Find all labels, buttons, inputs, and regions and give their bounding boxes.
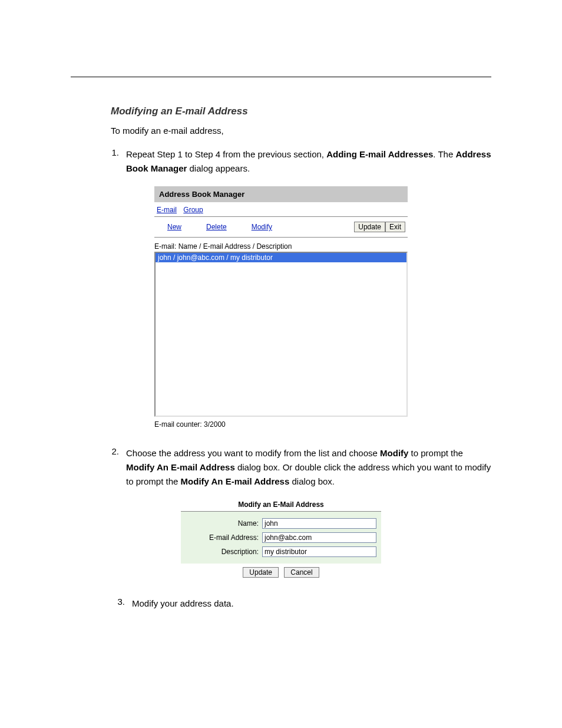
bold-text: Modify An E-mail Address bbox=[181, 476, 290, 486]
exit-button[interactable]: Exit bbox=[385, 222, 405, 232]
list-item[interactable]: john / john@abc.com / my distributor bbox=[156, 253, 406, 262]
toolbar: New Delete Modify Update Exit bbox=[154, 217, 408, 238]
bold-text: Modify bbox=[380, 448, 408, 458]
step-body: Modify your address data. bbox=[132, 597, 491, 611]
tab-group[interactable]: Group bbox=[183, 206, 203, 214]
email-listbox[interactable]: john / john@abc.com / my distributor bbox=[154, 252, 408, 417]
step-body: Repeat Step 1 to Step 4 from the previou… bbox=[126, 147, 491, 176]
tab-row: E-mail Group bbox=[154, 202, 408, 217]
description-field[interactable] bbox=[262, 546, 376, 557]
bold-text: Adding E-mail Addresses bbox=[326, 149, 433, 159]
update-button[interactable]: Update bbox=[354, 222, 385, 232]
text: dialog box. bbox=[289, 476, 335, 486]
delete-link[interactable]: Delete bbox=[206, 223, 227, 231]
modify-link[interactable]: Modify bbox=[252, 223, 272, 231]
text: to prompt the bbox=[408, 448, 463, 458]
text: Modify your address data. bbox=[132, 598, 234, 608]
new-link[interactable]: New bbox=[167, 223, 181, 231]
step-body: Choose the address you want to modify fr… bbox=[126, 446, 491, 489]
name-label: Name: bbox=[186, 519, 262, 528]
step-number: 3. bbox=[107, 597, 132, 611]
bold-text: Modify An E-mail Address bbox=[126, 462, 235, 472]
dialog-title: Modify an E-Mail Address bbox=[181, 499, 381, 512]
modify-email-dialog: Modify an E-Mail Address Name: E-mail Ad… bbox=[181, 499, 381, 579]
cancel-button[interactable]: Cancel bbox=[284, 567, 319, 578]
text: Repeat Step 1 to Step 4 from the previou… bbox=[126, 149, 326, 159]
name-field[interactable] bbox=[262, 518, 376, 529]
step-number: 1. bbox=[105, 147, 126, 176]
header-rule bbox=[71, 77, 491, 77]
description-label: Description: bbox=[186, 548, 262, 556]
section-title: Modifying an E-mail Address bbox=[111, 106, 491, 117]
step-number: 2. bbox=[105, 446, 126, 489]
dialog-title: Address Book Manager bbox=[154, 186, 408, 202]
intro-text: To modify an e-mail address, bbox=[111, 126, 491, 136]
update-button[interactable]: Update bbox=[243, 567, 279, 578]
text: . The bbox=[433, 149, 455, 159]
address-book-manager-dialog: Address Book Manager E-mail Group New De… bbox=[154, 186, 408, 429]
text: Choose the address you want to modify fr… bbox=[126, 448, 380, 458]
tab-email[interactable]: E-mail bbox=[157, 206, 177, 214]
email-field[interactable] bbox=[262, 532, 376, 543]
text: dialog appears. bbox=[187, 163, 250, 173]
email-label: E-mail Address: bbox=[186, 533, 262, 542]
email-counter: E-mail counter: 3/2000 bbox=[154, 420, 408, 429]
list-header: E-mail: Name / E-mail Address / Descript… bbox=[154, 242, 408, 251]
